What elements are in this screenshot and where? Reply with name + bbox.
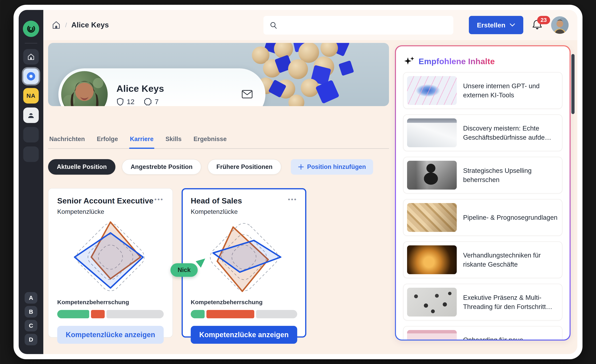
profile-page-column: Alice Keys 12 [48, 43, 389, 354]
sidebar-item-profile[interactable] [23, 107, 39, 123]
sidebar-footer-item-d[interactable]: D [25, 334, 37, 345]
profile-info: Alice Keys 12 [116, 83, 164, 106]
recommended-item-title: Exekutive Präsenz & Multi-Threading für … [463, 293, 559, 311]
message-button[interactable] [242, 89, 253, 99]
sidebar: NA ABCD [19, 10, 43, 354]
brand-logo-icon [26, 24, 36, 34]
card-title: Senior Account Executive [57, 196, 154, 205]
sidebar-item-focus-selected[interactable] [23, 68, 39, 84]
collaborator-cursor: Nick [171, 263, 198, 277]
tab-erfolge[interactable]: Erfolge [97, 135, 118, 143]
user-avatar[interactable] [551, 16, 569, 34]
sidebar-item-placeholder-2[interactable] [23, 146, 39, 162]
device-frame: NA ABCD [14, 5, 582, 359]
mastery-label: Kompetenzbeherrschung [191, 299, 297, 305]
breadcrumb-home-icon[interactable] [52, 21, 61, 30]
tab-karriere[interactable]: Karriere [130, 135, 154, 143]
progress-segment-orange [91, 310, 105, 318]
na-badge-label: NA [26, 92, 35, 99]
notifications-button[interactable]: 23 [531, 19, 543, 31]
bulb-thumbnail [407, 245, 457, 274]
profile-tabs: NachrichtenErfolgeKarriereSkillsErgebnis… [48, 135, 389, 149]
breadcrumb: / Alice Keys [52, 21, 109, 30]
progress-segment-green [57, 310, 89, 318]
panel-title-row: Empfohlene Inhalte [404, 56, 562, 67]
sidebar-footer-item-b[interactable]: B [25, 306, 37, 318]
brand-logo[interactable] [23, 21, 39, 37]
recommended-item[interactable]: Exekutive Präsenz & Multi-Threading für … [403, 284, 562, 320]
recommended-item[interactable]: Pipeline- & Prognosegrundlagen [403, 199, 562, 236]
recommended-item[interactable]: Discovery meistern: Echte Geschäftsbedür… [403, 114, 562, 151]
filter-fruehere-positionen[interactable]: Frühere Positionen [208, 159, 281, 175]
person-icon [27, 111, 35, 120]
target-ring-icon [27, 72, 35, 81]
notification-count-badge: 23 [537, 16, 550, 24]
desk-thumbnail [407, 119, 457, 147]
page-scrollbar[interactable] [571, 54, 574, 114]
card-header: Senior Account Executive ••• [57, 196, 164, 205]
recommended-item[interactable]: Onboarding für neue Mitarbeitende [403, 326, 562, 340]
recommended-item[interactable]: Unsere internen GPT- und externen KI-Too… [403, 72, 562, 109]
progress-segment-green [191, 310, 205, 318]
show-skill-gap-button[interactable]: Kompetenzlücke anzeigen [191, 326, 297, 344]
content-area: Alice Keys 12 [43, 40, 577, 354]
recommended-item-title: Discovery meistern: Echte Geschäftsbedür… [463, 124, 559, 142]
stairs-thumbnail [407, 203, 457, 232]
shield-count: 12 [127, 98, 134, 106]
seal-count: 7 [155, 98, 158, 106]
card-header: Head of Sales ••• [191, 196, 297, 205]
collaborator-name-tag: Nick [171, 263, 198, 277]
tab-skills[interactable]: Skills [165, 135, 182, 143]
profile-summary-card: Alice Keys 12 [58, 68, 265, 106]
plus-icon [298, 164, 304, 170]
skill-gap-radar-chart [57, 215, 164, 299]
radar-chart-svg [68, 215, 153, 299]
mastery-progress-bar [191, 310, 297, 318]
sidebar-item-na-workspace[interactable]: NA [23, 88, 39, 104]
skill-gap-radar-chart [191, 215, 297, 299]
recommended-item[interactable]: Verhandlungstechniken für riskante Gesch… [403, 241, 562, 278]
card-menu-icon[interactable]: ••• [154, 196, 164, 202]
profile-banner-area: Alice Keys 12 [48, 43, 389, 123]
shield-stat: 12 [116, 97, 134, 106]
sidebar-footer-item-a[interactable]: A [25, 292, 37, 304]
shield-icon [116, 97, 124, 106]
topbar: / Alice Keys Erstellen [43, 10, 577, 40]
recommended-items-list: Unsere internen GPT- und externen KI-Too… [403, 72, 562, 340]
sidebar-divider [25, 43, 37, 44]
recommended-content-inner: Empfohlene Inhalte Unsere internen GPT- … [396, 46, 570, 340]
recommended-item[interactable]: Strategisches Upselling beherrschen [403, 157, 562, 193]
show-skill-gap-button[interactable]: Kompetenzlücke anzeigen [57, 326, 164, 344]
search-input[interactable] [263, 16, 453, 35]
sidebar-footer-item-c[interactable]: C [25, 320, 37, 331]
mastery-label: Kompetenzbeherrschung [57, 299, 164, 305]
recommended-item-title: Strategisches Upselling beherrschen [463, 166, 559, 184]
breadcrumb-page-title: Alice Keys [71, 21, 109, 29]
home-icon [27, 53, 35, 61]
profile-photo [61, 71, 108, 106]
ai-thumbnail [407, 76, 457, 105]
progress-segment-orange [206, 310, 254, 318]
sidebar-item-placeholder-1[interactable] [23, 127, 39, 142]
breadcrumb-separator: / [65, 22, 67, 29]
card-menu-icon[interactable]: ••• [288, 196, 297, 202]
recommended-item-title: Verhandlungstechniken für riskante Gesch… [463, 251, 559, 269]
filter-aktuelle-position[interactable]: Aktuelle Position [48, 159, 115, 175]
position-card-head-of-sales[interactable]: Nick Head of Sales ••• Kompetenzl [182, 188, 306, 338]
main-area: / Alice Keys Erstellen [43, 10, 577, 354]
add-position-button[interactable]: Position hinzufügen [291, 159, 373, 175]
add-position-label: Position hinzufügen [307, 163, 366, 171]
filter-angestrebte-position[interactable]: Angestrebte Position [122, 159, 201, 175]
tab-nachrichten[interactable]: Nachrichten [49, 135, 85, 143]
radar-chart-svg [201, 215, 287, 299]
create-button[interactable]: Erstellen [469, 16, 523, 34]
card-subtitle: Kompetenzlücke [57, 208, 164, 215]
panel-title: Empfohlene Inhalte [419, 57, 495, 66]
crowd-thumbnail [407, 288, 457, 317]
position-card-senior-account-executive[interactable]: Senior Account Executive ••• Kompetenzlü… [48, 188, 173, 338]
sidebar-items: NA [23, 49, 39, 162]
sidebar-item-home[interactable] [23, 49, 39, 65]
seal-stat: 7 [144, 97, 158, 106]
tab-ergebnisse[interactable]: Ergebnisse [194, 135, 227, 143]
chess-thumbnail [407, 161, 457, 190]
